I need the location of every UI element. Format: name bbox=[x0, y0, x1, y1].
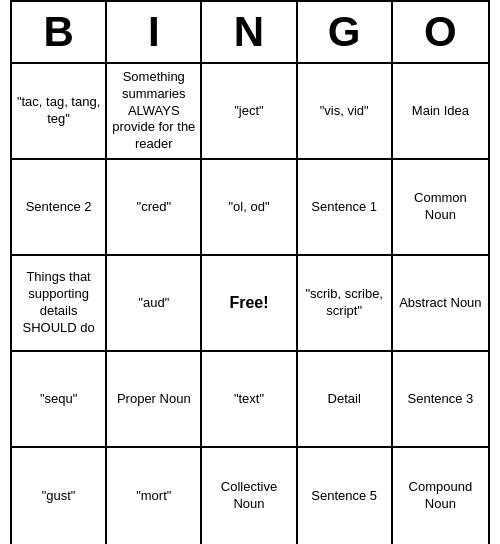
bingo-cell[interactable]: Sentence 5 bbox=[298, 448, 393, 544]
header-letter: I bbox=[107, 2, 202, 62]
cell-text: "ol, od" bbox=[228, 199, 269, 216]
cell-text: "cred" bbox=[137, 199, 172, 216]
cell-text: Things that supporting details SHOULD do bbox=[16, 269, 101, 337]
cell-text: Main Idea bbox=[412, 103, 469, 120]
cell-text: Common Noun bbox=[397, 190, 484, 224]
cell-text: "mort" bbox=[136, 488, 171, 505]
cell-text: Abstract Noun bbox=[399, 295, 481, 312]
cell-text: "tac, tag, tang, teg" bbox=[16, 94, 101, 128]
bingo-cell[interactable]: Sentence 2 bbox=[12, 160, 107, 256]
cell-text: "aud" bbox=[138, 295, 169, 312]
header-letter: B bbox=[12, 2, 107, 62]
bingo-header: BINGO bbox=[12, 2, 488, 64]
bingo-cell[interactable]: Things that supporting details SHOULD do bbox=[12, 256, 107, 352]
cell-text: "text" bbox=[234, 391, 264, 408]
bingo-cell[interactable]: "tac, tag, tang, teg" bbox=[12, 64, 107, 160]
bingo-cell[interactable]: "mort" bbox=[107, 448, 202, 544]
bingo-cell[interactable]: Sentence 3 bbox=[393, 352, 488, 448]
bingo-cell[interactable]: Proper Noun bbox=[107, 352, 202, 448]
cell-text: Proper Noun bbox=[117, 391, 191, 408]
cell-text: Something summaries ALWAYS provide for t… bbox=[111, 69, 196, 153]
cell-text: Collective Noun bbox=[206, 479, 291, 513]
bingo-cell[interactable]: Something summaries ALWAYS provide for t… bbox=[107, 64, 202, 160]
cell-text: "scrib, scribe, script" bbox=[302, 286, 387, 320]
bingo-cell[interactable]: "text" bbox=[202, 352, 297, 448]
bingo-cell[interactable]: Collective Noun bbox=[202, 448, 297, 544]
bingo-cell[interactable]: "gust" bbox=[12, 448, 107, 544]
cell-text: "vis, vid" bbox=[320, 103, 369, 120]
bingo-cell[interactable]: "scrib, scribe, script" bbox=[298, 256, 393, 352]
cell-text: Sentence 2 bbox=[26, 199, 92, 216]
cell-text: "gust" bbox=[42, 488, 76, 505]
bingo-cell[interactable]: Compound Noun bbox=[393, 448, 488, 544]
bingo-cell[interactable]: "aud" bbox=[107, 256, 202, 352]
bingo-cell[interactable]: "cred" bbox=[107, 160, 202, 256]
bingo-cell[interactable]: "ject" bbox=[202, 64, 297, 160]
bingo-cell[interactable]: Sentence 1 bbox=[298, 160, 393, 256]
cell-text: Sentence 5 bbox=[311, 488, 377, 505]
bingo-cell[interactable]: "ol, od" bbox=[202, 160, 297, 256]
cell-text: "ject" bbox=[234, 103, 263, 120]
bingo-cell[interactable]: Abstract Noun bbox=[393, 256, 488, 352]
header-letter: O bbox=[393, 2, 488, 62]
cell-text: Free! bbox=[229, 293, 268, 314]
bingo-cell[interactable]: "sequ" bbox=[12, 352, 107, 448]
cell-text: Compound Noun bbox=[397, 479, 484, 513]
cell-text: Detail bbox=[328, 391, 361, 408]
cell-text: Sentence 3 bbox=[408, 391, 474, 408]
bingo-card: BINGO "tac, tag, tang, teg"Something sum… bbox=[10, 0, 490, 544]
free-space[interactable]: Free! bbox=[202, 256, 297, 352]
bingo-cell[interactable]: Common Noun bbox=[393, 160, 488, 256]
header-letter: N bbox=[202, 2, 297, 62]
cell-text: Sentence 1 bbox=[311, 199, 377, 216]
bingo-cell[interactable]: Main Idea bbox=[393, 64, 488, 160]
header-letter: G bbox=[298, 2, 393, 62]
bingo-cell[interactable]: Detail bbox=[298, 352, 393, 448]
bingo-grid: "tac, tag, tang, teg"Something summaries… bbox=[12, 64, 488, 544]
cell-text: "sequ" bbox=[40, 391, 77, 408]
bingo-cell[interactable]: "vis, vid" bbox=[298, 64, 393, 160]
